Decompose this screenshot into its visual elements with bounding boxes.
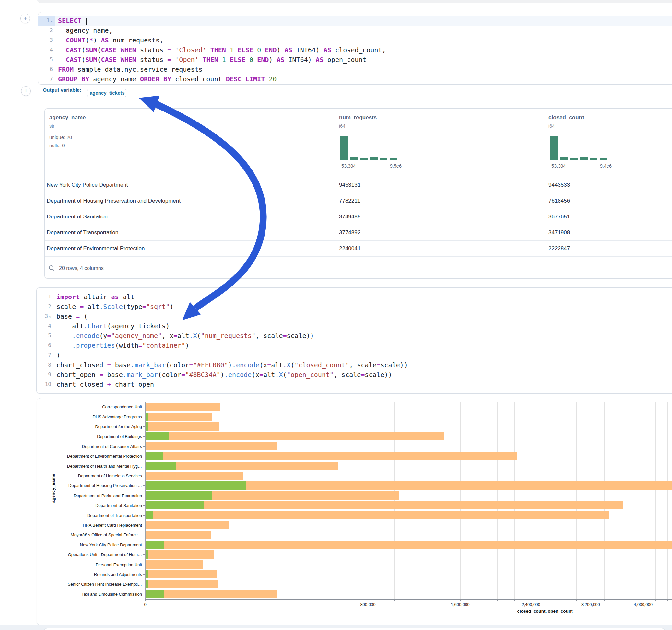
line-number: 7 <box>37 350 53 360</box>
line-number: 2 <box>37 302 53 311</box>
python-cell-line[interactable]: 7) <box>37 350 672 360</box>
code-text[interactable]: chart_closed + chart_open <box>53 380 154 389</box>
line-number: 5 <box>38 55 55 65</box>
code-text[interactable]: COUNT(*) AS num_requests, <box>55 35 163 45</box>
line-number: 2 <box>38 26 55 35</box>
sql-cell-line[interactable]: 5 CAST(SUM(CASE WHEN status = 'Open' THE… <box>38 55 672 65</box>
line-number: 6 <box>37 341 53 350</box>
python-cell-line[interactable]: 5 .encode(y="agency_name", x=alt.X("num_… <box>37 331 672 341</box>
python-cell-line[interactable]: 2scale = alt.Scale(type="sqrt") <box>37 302 672 311</box>
python-cell-line[interactable]: 9chart_open = base.mark_bar(color="#8BC3… <box>37 370 672 380</box>
line-number: 6 <box>38 65 55 74</box>
line-number: 4 <box>37 321 53 331</box>
code-text[interactable]: FROM sample_data.nyc.service_requests <box>55 65 202 74</box>
code-text[interactable]: scale = alt.Scale(type="sqrt") <box>53 302 173 311</box>
line-number: 3⌄ <box>37 311 53 321</box>
code-text[interactable]: base = ( <box>53 311 88 321</box>
notebook-page: { "sql_cell": { "lines": [ {"n":"1","car… <box>0 0 672 630</box>
line-number: 1 <box>37 292 53 302</box>
add-cell-button-top[interactable]: + <box>20 14 30 23</box>
code-text[interactable]: .properties(width="container") <box>53 341 189 350</box>
code-text[interactable]: import altair as alt <box>53 292 135 302</box>
python-cell-line[interactable]: 4 alt.Chart(agency_tickets) <box>37 321 672 331</box>
code-text[interactable]: GROUP BY agency_name ORDER BY closed_cou… <box>55 74 277 84</box>
code-text[interactable]: ) <box>53 350 60 360</box>
add-cell-button-below-sql[interactable]: + <box>21 86 31 96</box>
previous-cell-edge <box>37 0 672 3</box>
python-cell-line[interactable]: 3⌄base = ( <box>37 311 672 321</box>
next-cell-edge <box>44 628 665 630</box>
python-cell-line[interactable]: 1import altair as alt <box>37 292 672 302</box>
sql-cell-line[interactable]: 1⌄SELECT <box>38 16 672 26</box>
code-text[interactable]: agency_name, <box>55 26 113 35</box>
sql-cell-line[interactable]: 4 CAST(SUM(CASE WHEN status = 'Closed' T… <box>38 45 672 55</box>
code-text[interactable]: chart_open = base.mark_bar(color="#8BC34… <box>53 370 392 380</box>
code-text[interactable]: SELECT <box>55 16 87 26</box>
code-text[interactable]: CAST(SUM(CASE WHEN status = 'Open' THEN … <box>55 55 366 65</box>
chart-output-card <box>37 398 672 626</box>
line-number: 1⌄ <box>38 16 55 26</box>
fold-caret-icon[interactable]: ⌄ <box>49 313 51 318</box>
line-number: 5 <box>37 331 53 341</box>
code-text[interactable]: alt.Chart(agency_tickets) <box>53 321 170 331</box>
text-cursor <box>86 18 87 25</box>
output-variable-label: Output variable: <box>43 87 81 93</box>
sql-cell[interactable]: 1⌄SELECT 2 agency_name,3 COUNT(*) AS num… <box>38 12 672 84</box>
fold-caret-icon[interactable]: ⌄ <box>50 18 53 23</box>
line-number: 4 <box>38 45 55 55</box>
sql-cell-line[interactable]: 7GROUP BY agency_name ORDER BY closed_co… <box>38 74 672 84</box>
line-number: 8 <box>37 360 53 370</box>
code-text[interactable]: CAST(SUM(CASE WHEN status = 'Closed' THE… <box>55 45 386 55</box>
python-cell-line[interactable]: 8chart_closed = base.mark_bar(color="#FF… <box>37 360 672 370</box>
code-text[interactable]: .encode(y="agency_name", x=alt.X("num_re… <box>53 331 314 341</box>
sql-cell-line[interactable]: 2 agency_name, <box>38 26 672 35</box>
output-variable-row: Output variable: agency_tickets <box>37 84 672 99</box>
line-number: 9 <box>37 370 53 380</box>
code-text[interactable]: chart_closed = base.mark_bar(color="#FFC… <box>53 360 408 370</box>
line-number: 7 <box>38 74 55 84</box>
sql-cell-line[interactable]: 3 COUNT(*) AS num_requests, <box>38 35 672 45</box>
python-cell[interactable]: 1import altair as alt2scale = alt.Scale(… <box>36 287 672 394</box>
output-variable-pill[interactable]: agency_tickets <box>87 89 126 97</box>
python-cell-line[interactable]: 10chart_closed + chart_open <box>37 380 672 389</box>
sql-cell-line[interactable]: 6FROM sample_data.nyc.service_requests <box>38 65 672 74</box>
python-cell-line[interactable]: 6 .properties(width="container") <box>37 341 672 350</box>
line-number: 3 <box>38 35 55 45</box>
line-number: 10 <box>37 380 53 389</box>
dataframe-preview-card <box>44 108 672 279</box>
